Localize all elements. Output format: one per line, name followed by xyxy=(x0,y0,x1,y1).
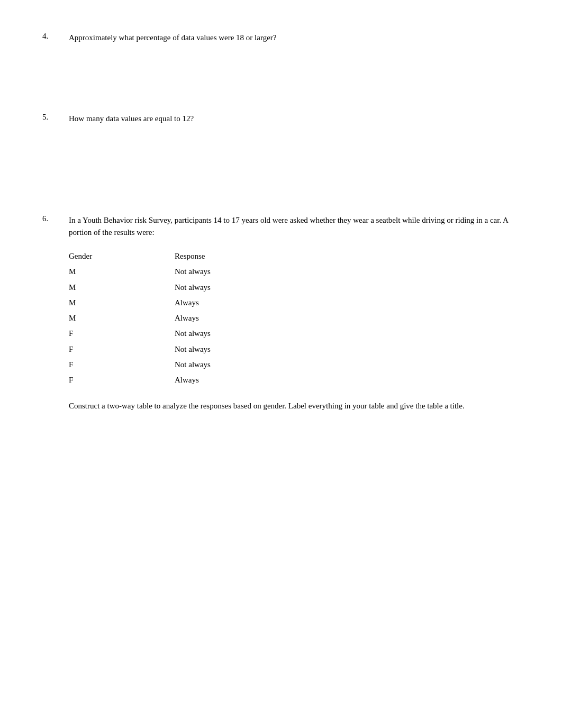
col-response-header: Response xyxy=(175,249,253,264)
table-row: F Not always xyxy=(69,357,253,372)
question-4-block: 4. Approximately what percentage of data… xyxy=(42,32,520,86)
question-5-row: 5. How many data values are equal to 12? xyxy=(42,113,520,125)
response-cell: Always xyxy=(175,295,253,311)
survey-data-table-area: Gender Response M Not always M Not alway… xyxy=(69,249,520,388)
question-5-block: 5. How many data values are equal to 12? xyxy=(42,113,520,188)
response-cell: Always xyxy=(175,311,253,326)
question-6-intro: In a Youth Behavior risk Survey, partici… xyxy=(69,214,520,238)
table-row: M Always xyxy=(69,311,253,326)
gender-cell: F xyxy=(69,342,175,357)
question-6-number: 6. xyxy=(42,214,69,223)
survey-data-table: Gender Response M Not always M Not alway… xyxy=(69,249,253,388)
question-5-number: 5. xyxy=(42,113,69,122)
gender-cell: M xyxy=(69,264,175,279)
response-cell: Not always xyxy=(175,357,253,372)
page-content: 4. Approximately what percentage of data… xyxy=(0,0,562,470)
gender-cell: F xyxy=(69,326,175,341)
response-cell: Not always xyxy=(175,280,253,295)
question-6-row: 6. In a Youth Behavior risk Survey, part… xyxy=(42,214,520,238)
question-4-text: Approximately what percentage of data va… xyxy=(69,32,520,44)
response-cell: Always xyxy=(175,372,253,388)
question-5-text: How many data values are equal to 12? xyxy=(69,113,520,125)
question-6-block: 6. In a Youth Behavior risk Survey, part… xyxy=(42,214,520,412)
gender-cell: M xyxy=(69,280,175,295)
question-4-number: 4. xyxy=(42,32,69,41)
gender-cell: M xyxy=(69,295,175,311)
response-cell: Not always xyxy=(175,342,253,357)
gender-cell: F xyxy=(69,372,175,388)
table-row: M Not always xyxy=(69,264,253,279)
col-gender-header: Gender xyxy=(69,249,175,264)
table-row: F Always xyxy=(69,372,253,388)
response-cell: Not always xyxy=(175,264,253,279)
gender-cell: M xyxy=(69,311,175,326)
table-row: F Not always xyxy=(69,342,253,357)
response-cell: Not always xyxy=(175,326,253,341)
table-header-row: Gender Response xyxy=(69,249,253,264)
table-row: M Always xyxy=(69,295,253,311)
table-row: F Not always xyxy=(69,326,253,341)
question-6-followup: Construct a two-way table to analyze the… xyxy=(69,399,466,412)
gender-cell: F xyxy=(69,357,175,372)
table-row: M Not always xyxy=(69,280,253,295)
question-4-row: 4. Approximately what percentage of data… xyxy=(42,32,520,44)
